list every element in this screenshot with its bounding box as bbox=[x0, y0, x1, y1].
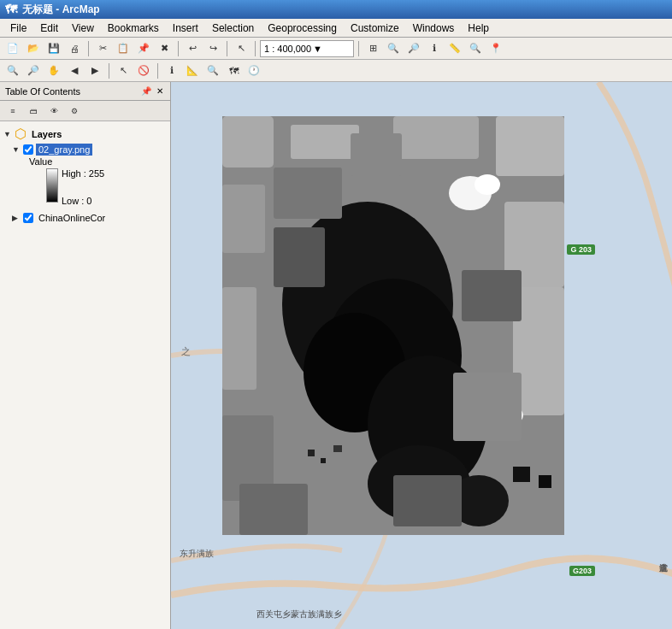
legend-labels: High : 255 Low : 0 bbox=[62, 168, 104, 206]
sep1 bbox=[88, 41, 89, 56]
menu-windows[interactable]: Windows bbox=[406, 21, 462, 36]
toc-pin-btn[interactable]: 📌 bbox=[139, 86, 153, 96]
open-button[interactable]: 📂 bbox=[24, 39, 43, 58]
svg-rect-12 bbox=[222, 185, 265, 253]
layers-group-icon: ⬡ bbox=[15, 126, 27, 142]
menu-customize[interactable]: Customize bbox=[344, 21, 406, 36]
menu-view[interactable]: View bbox=[65, 21, 101, 36]
menu-selection[interactable]: Selection bbox=[205, 21, 261, 36]
svg-rect-29 bbox=[333, 445, 342, 452]
select-btn[interactable]: ↖ bbox=[114, 62, 133, 80]
scale-label: 1 : 400,000 bbox=[264, 44, 311, 54]
toc-source-btn[interactable]: 🗃 bbox=[24, 102, 43, 121]
toc-title: Table Of Contents bbox=[5, 86, 80, 97]
toc-close-btn[interactable]: ✕ bbox=[155, 86, 165, 96]
svg-rect-8 bbox=[222, 116, 274, 168]
identify-btn2[interactable]: ℹ bbox=[162, 62, 181, 80]
basemap-layer-group: ▶ ChinaOnlineCor bbox=[12, 211, 167, 225]
raster-layer-row: ▼ 02_gray.png bbox=[12, 143, 167, 156]
toolbar-tools: 🔍 🔎 ✋ ◀ ▶ ↖ 🚫 ℹ 📐 🔍 🗺 🕐 bbox=[0, 60, 672, 82]
raster-legend: Value High : 255 Low : 0 bbox=[26, 156, 167, 206]
zoom-out-t1[interactable]: 🔎 bbox=[404, 39, 423, 58]
road-badge-g203-bottom: G203 bbox=[569, 566, 595, 576]
delete-button[interactable]: ✖ bbox=[155, 39, 174, 58]
svg-rect-24 bbox=[462, 270, 522, 321]
menu-insert[interactable]: Insert bbox=[166, 21, 205, 36]
menu-edit[interactable]: Edit bbox=[33, 21, 65, 36]
toc-display-btn[interactable]: 👁 bbox=[44, 102, 63, 121]
find-btn[interactable]: 🔍 bbox=[466, 39, 485, 58]
pan-btn[interactable]: ✋ bbox=[44, 62, 63, 80]
legend-gradient-container: High : 255 Low : 0 bbox=[29, 168, 167, 206]
road-badge-g203-top-label: G 203 bbox=[570, 245, 592, 254]
save-button[interactable]: 💾 bbox=[44, 39, 63, 58]
layers-group-name: Layers bbox=[29, 128, 64, 140]
zoom-in-btn[interactable]: 🔍 bbox=[3, 62, 22, 80]
scale-dropdown-icon[interactable]: ▼ bbox=[313, 44, 322, 54]
print-button[interactable]: 🖨 bbox=[65, 39, 84, 58]
identify-btn[interactable]: ℹ bbox=[425, 39, 444, 58]
road-badge-g203-top: G 203 bbox=[567, 244, 595, 255]
raster-layer-group: ▼ 02_gray.png Value High : 255 Low : 0 bbox=[12, 143, 167, 206]
legend-high-label: High : 255 bbox=[62, 168, 104, 179]
raster-expand-icon[interactable]: ▼ bbox=[12, 145, 21, 154]
cut-button[interactable]: ✂ bbox=[93, 39, 112, 58]
menu-bookmarks[interactable]: Bookmarks bbox=[101, 21, 166, 36]
layer-group-layers: ▼ ⬡ Layers ▼ 02_gray.png Value bbox=[3, 125, 167, 225]
paste-button[interactable]: 📌 bbox=[134, 39, 153, 58]
svg-rect-27 bbox=[308, 450, 315, 456]
toc-content: ▼ ⬡ Layers ▼ 02_gray.png Value bbox=[0, 121, 170, 629]
sep4 bbox=[255, 41, 256, 56]
zoom-out-btn[interactable]: 🔎 bbox=[24, 62, 43, 80]
zoom-in-t1[interactable]: 🔍 bbox=[384, 39, 403, 58]
map-area[interactable]: G 203 G203 之 东升满族 沈盘省道 西关屯乡蒙古族满族乡 bbox=[171, 82, 672, 629]
svg-rect-22 bbox=[453, 373, 522, 441]
zoom-prev-btn[interactable]: ◀ bbox=[65, 62, 84, 80]
basemap-layer-name[interactable]: ChinaOnlineCor bbox=[36, 212, 108, 224]
find-btn2[interactable]: 🔍 bbox=[203, 62, 222, 80]
undo-button[interactable]: ↩ bbox=[183, 39, 202, 58]
svg-rect-20 bbox=[351, 133, 402, 176]
legend-low-label: Low : 0 bbox=[62, 196, 104, 206]
basemap-expand-icon[interactable]: ▶ bbox=[12, 214, 21, 222]
layers-expand-icon[interactable]: ▼ bbox=[3, 130, 12, 138]
zoom-full-button[interactable]: ⊞ bbox=[363, 39, 382, 58]
basemap-layer-checkbox[interactable] bbox=[23, 213, 33, 223]
window-title: 无标题 - ArcMap bbox=[22, 3, 100, 17]
map-canvas: G 203 G203 之 东升满族 沈盘省道 西关屯乡蒙古族满族乡 bbox=[171, 82, 672, 629]
map-label-dongsheng: 东升满族 bbox=[180, 548, 214, 560]
svg-rect-23 bbox=[274, 227, 325, 287]
title-bar: 🗺 无标题 - ArcMap bbox=[0, 0, 672, 19]
scale-box[interactable]: 1 : 400,000 ▼ bbox=[260, 40, 354, 57]
xy-btn2[interactable]: 🗺 bbox=[224, 62, 243, 80]
menu-file[interactable]: File bbox=[3, 21, 33, 36]
measure-btn[interactable]: 📏 bbox=[445, 39, 464, 58]
svg-rect-10 bbox=[393, 116, 479, 159]
time-btn[interactable]: 🕐 bbox=[245, 62, 263, 80]
raster-layer-name[interactable]: 02_gray.png bbox=[36, 144, 92, 156]
svg-rect-30 bbox=[513, 467, 530, 482]
redo-button[interactable]: ↪ bbox=[203, 39, 222, 58]
measure-btn2[interactable]: 📐 bbox=[183, 62, 202, 80]
road-badge-g203-bottom-label: G203 bbox=[573, 567, 592, 575]
svg-rect-31 bbox=[539, 475, 551, 488]
sep5 bbox=[358, 41, 359, 56]
new-button[interactable]: 📄 bbox=[3, 39, 22, 58]
zoom-next-btn[interactable]: ▶ bbox=[85, 62, 104, 80]
toc-toolbar: ≡ 🗃 👁 ⚙ bbox=[0, 101, 170, 121]
raster-layer-checkbox[interactable] bbox=[23, 144, 33, 155]
menu-geoprocessing[interactable]: Geoprocessing bbox=[261, 21, 344, 36]
toc-header: Table Of Contents 📌 ✕ bbox=[0, 82, 170, 101]
menu-bar: File Edit View Bookmarks Insert Selectio… bbox=[0, 19, 672, 38]
goto-xy-btn[interactable]: 📍 bbox=[486, 39, 505, 58]
toc-list-btn[interactable]: ≡ bbox=[3, 102, 22, 121]
legend-value-label: Value bbox=[29, 156, 167, 167]
clear-select-btn[interactable]: 🚫 bbox=[134, 62, 153, 80]
toc-options-btn[interactable]: ⚙ bbox=[65, 102, 84, 121]
menu-help[interactable]: Help bbox=[461, 21, 496, 36]
arrow-button[interactable]: ↖ bbox=[232, 39, 251, 58]
basemap-layer-row: ▶ ChinaOnlineCor bbox=[12, 211, 167, 225]
svg-rect-14 bbox=[222, 287, 256, 390]
copy-button[interactable]: 📋 bbox=[114, 39, 133, 58]
sep2 bbox=[178, 41, 179, 56]
